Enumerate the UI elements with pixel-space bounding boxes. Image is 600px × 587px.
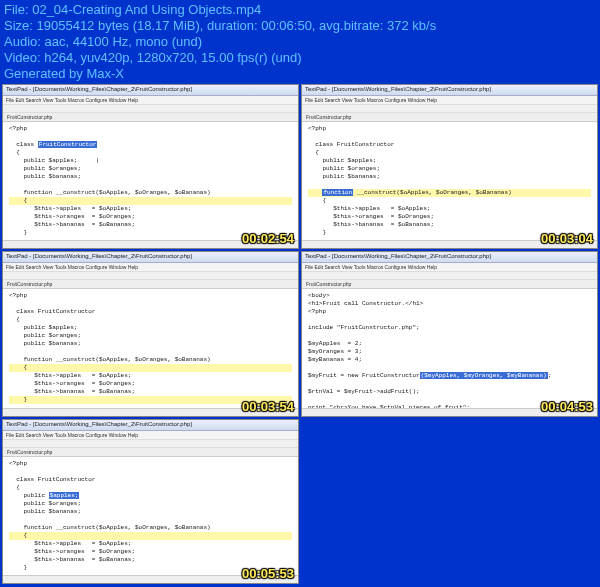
toolbar[interactable] bbox=[3, 105, 298, 113]
menu-bar[interactable]: File Edit Search View Tools Macros Confi… bbox=[302, 263, 597, 272]
file-line: File: 02_04-Creating And Using Objects.m… bbox=[4, 2, 596, 18]
tab-bar[interactable]: FruitConstructor.php bbox=[3, 280, 298, 289]
timestamp-overlay: 00:02:54 bbox=[242, 231, 294, 246]
timestamp-overlay: 00:03:54 bbox=[242, 399, 294, 414]
code-area[interactable]: <?php class FruitConstructor { public $a… bbox=[302, 122, 597, 240]
frame-3: TextPad - [Documents\Working_Files\Chapt… bbox=[2, 251, 299, 416]
timestamp-overlay: 00:03:04 bbox=[541, 231, 593, 246]
toolbar[interactable] bbox=[302, 105, 597, 113]
video-line: Video: h264, yuv420p, 1280x720, 15.00 fp… bbox=[4, 50, 596, 66]
code-area[interactable]: <?php class FruitConstructor { public $a… bbox=[3, 289, 298, 407]
timestamp-overlay: 00:04:53 bbox=[541, 399, 593, 414]
toolbar[interactable] bbox=[3, 440, 298, 448]
toolbar[interactable] bbox=[302, 272, 597, 280]
menu-bar[interactable]: File Edit Search View Tools Macros Confi… bbox=[3, 431, 298, 440]
timestamp-overlay: 00:05:53 bbox=[242, 566, 294, 581]
tab-bar[interactable]: FruitConstructor.php bbox=[302, 280, 597, 289]
window-titlebar: TextPad - [Documents\Working_Files\Chapt… bbox=[3, 252, 298, 263]
media-info-header: File: 02_04-Creating And Using Objects.m… bbox=[0, 0, 600, 84]
window-titlebar: TextPad - [Documents\Working_Files\Chapt… bbox=[302, 252, 597, 263]
audio-line: Audio: aac, 44100 Hz, mono (und) bbox=[4, 34, 596, 50]
window-titlebar: TextPad - [Documents\Working_Files\Chapt… bbox=[302, 85, 597, 96]
toolbar[interactable] bbox=[3, 272, 298, 280]
frame-2: TextPad - [Documents\Working_Files\Chapt… bbox=[301, 84, 598, 249]
code-area[interactable]: <?php class FruitConstructor { public $a… bbox=[3, 457, 298, 575]
window-titlebar: TextPad - [Documents\Working_Files\Chapt… bbox=[3, 85, 298, 96]
editor-window: TextPad - [Documents\Working_Files\Chapt… bbox=[301, 251, 598, 416]
window-titlebar: TextPad - [Documents\Working_Files\Chapt… bbox=[3, 420, 298, 431]
editor-window: TextPad - [Documents\Working_Files\Chapt… bbox=[2, 251, 299, 416]
tab-bar[interactable]: FruitConstructor.php bbox=[302, 113, 597, 122]
size-line: Size: 19055412 bytes (18.17 MiB), durati… bbox=[4, 18, 596, 34]
code-area[interactable]: <body> <h1>Fruit call Constructor.</h1> … bbox=[302, 289, 597, 407]
menu-bar[interactable]: File Edit Search View Tools Macros Confi… bbox=[302, 96, 597, 105]
tab-bar[interactable]: FruitConstructor.php bbox=[3, 113, 298, 122]
generator-line: Generated by Max-X bbox=[4, 66, 596, 82]
editor-window: TextPad - [Documents\Working_Files\Chapt… bbox=[2, 84, 299, 249]
menu-bar[interactable]: File Edit Search View Tools Macros Confi… bbox=[3, 263, 298, 272]
tab-bar[interactable]: FruitConstructor.php bbox=[3, 448, 298, 457]
thumbnail-grid: TextPad - [Documents\Working_Files\Chapt… bbox=[0, 84, 600, 586]
frame-4: TextPad - [Documents\Working_Files\Chapt… bbox=[301, 251, 598, 416]
editor-window: TextPad - [Documents\Working_Files\Chapt… bbox=[301, 84, 598, 249]
menu-bar[interactable]: File Edit Search View Tools Macros Confi… bbox=[3, 96, 298, 105]
code-area[interactable]: <?php class FruitConstructor { public $a… bbox=[3, 122, 298, 240]
frame-empty bbox=[301, 419, 598, 584]
editor-window: TextPad - [Documents\Working_Files\Chapt… bbox=[2, 419, 299, 584]
frame-1: TextPad - [Documents\Working_Files\Chapt… bbox=[2, 84, 299, 249]
frame-5: TextPad - [Documents\Working_Files\Chapt… bbox=[2, 419, 299, 584]
